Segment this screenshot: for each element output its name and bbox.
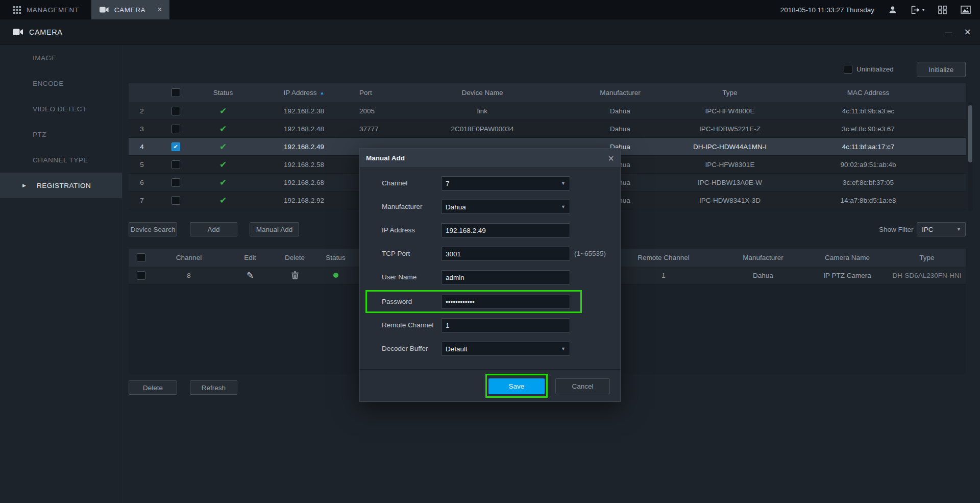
row-number: 5 bbox=[129, 156, 155, 173]
sidebar-item-label: PTZ bbox=[33, 131, 46, 138]
ip-cell: 192.168.2.38 bbox=[250, 102, 358, 119]
manual-add-dialog: Manual Add × Channel 7 ▼ Manufacturer Da… bbox=[359, 148, 621, 402]
table-row[interactable]: 3 ✔ 192.168.2.48 37777 2C018E0PAW00034 D… bbox=[129, 120, 966, 138]
header-checkbox[interactable] bbox=[172, 88, 180, 97]
row-checkbox-checked[interactable]: ✔ bbox=[172, 142, 180, 151]
ip-cell: 192.168.2.48 bbox=[250, 120, 358, 137]
row-checkbox[interactable] bbox=[172, 125, 180, 133]
row-checkbox[interactable] bbox=[137, 271, 145, 280]
manufacturer-cell: Dahua bbox=[720, 267, 806, 284]
manufacturer-cell: Dahua bbox=[551, 102, 689, 119]
taskbar: MANAGEMENT CAMERA × 2018-05-10 11:33:27 … bbox=[0, 0, 980, 19]
col-mac-address: MAC Address bbox=[771, 83, 966, 102]
row-checkbox[interactable] bbox=[172, 196, 180, 205]
status-check-icon: ✔ bbox=[219, 106, 227, 116]
device-name-cell: link bbox=[413, 102, 551, 119]
col-device-name: Device Name bbox=[413, 83, 551, 102]
header-checkbox[interactable] bbox=[137, 253, 145, 262]
row-checkbox[interactable] bbox=[172, 178, 180, 187]
channel-select[interactable]: 7 ▼ bbox=[441, 176, 570, 190]
channel-cell: 8 bbox=[153, 267, 225, 284]
sidebar-item-encode[interactable]: ENCODE bbox=[0, 70, 122, 96]
table-row[interactable]: 2 ✔ 192.168.2.38 2005 link Dahua IPC-HFW… bbox=[129, 102, 966, 120]
col-manufacturer: Manufacturer bbox=[551, 83, 689, 102]
sidebar-item-image[interactable]: IMAGE bbox=[0, 45, 122, 70]
sidebar-item-ptz[interactable]: PTZ bbox=[0, 122, 122, 147]
apps-grid-icon[interactable] bbox=[938, 6, 947, 14]
sidebar-item-channel-type[interactable]: CHANNEL TYPE bbox=[0, 147, 122, 173]
tcp-port-hint: (1~65535) bbox=[574, 247, 606, 261]
password-input[interactable] bbox=[441, 295, 570, 309]
col-ip-address[interactable]: IP Address▲ bbox=[250, 83, 358, 102]
device-search-button[interactable]: Device Search bbox=[129, 222, 177, 236]
uninitialized-checkbox[interactable] bbox=[844, 65, 852, 74]
tab-close-icon[interactable]: × bbox=[157, 6, 162, 14]
active-arrow-icon: ▶ bbox=[22, 183, 26, 188]
user-icon[interactable] bbox=[888, 5, 897, 14]
add-button[interactable]: Add bbox=[190, 222, 237, 236]
user-name-label: User Name bbox=[382, 270, 416, 284]
col-edit: Edit bbox=[225, 249, 276, 267]
channel-value: 7 bbox=[446, 180, 450, 187]
decoder-buffer-label: Decoder Buffer bbox=[382, 342, 428, 356]
password-label: Password bbox=[382, 295, 412, 309]
row-checkbox[interactable] bbox=[172, 160, 180, 169]
dialog-title: Manual Add bbox=[366, 154, 405, 162]
mac-cell: 90:02:a9:51:ab:4b bbox=[771, 156, 966, 173]
username-input[interactable] bbox=[441, 270, 570, 284]
type-cell: IPC-HDBW5221E-Z bbox=[689, 120, 771, 137]
remote-channel-input[interactable] bbox=[441, 318, 570, 332]
camera-icon bbox=[100, 7, 109, 13]
type-cell: IPC-HFW8301E bbox=[689, 156, 771, 173]
decoder-buffer-select[interactable]: Default ▼ bbox=[441, 342, 570, 356]
dialog-close-icon[interactable]: × bbox=[608, 153, 614, 163]
chevron-down-icon: ▼ bbox=[957, 227, 961, 232]
manufacturer-select[interactable]: Dahua ▼ bbox=[441, 200, 570, 214]
ip-address-input[interactable] bbox=[441, 223, 570, 237]
decoder-buffer-value: Default bbox=[446, 345, 468, 353]
close-button[interactable]: × bbox=[964, 27, 971, 38]
sidebar-item-registration[interactable]: ▶ REGISTRATION bbox=[0, 173, 122, 198]
initialize-button[interactable]: Initialize bbox=[917, 62, 966, 77]
filter-value: IPC bbox=[922, 226, 934, 233]
minimize-button[interactable]: — bbox=[945, 28, 952, 36]
row-checkbox[interactable] bbox=[172, 107, 180, 115]
mac-cell: 14:a7:8b:d5:1a:e8 bbox=[771, 191, 966, 209]
save-button[interactable]: Save bbox=[488, 378, 545, 394]
col-type: Type bbox=[689, 83, 771, 102]
camera-name-cell: IP PTZ Camera bbox=[806, 267, 888, 284]
tab-management[interactable]: MANAGEMENT bbox=[0, 0, 91, 19]
tab-camera[interactable]: CAMERA × bbox=[91, 0, 169, 19]
dialog-titlebar: Manual Add × bbox=[360, 149, 620, 168]
field-manufacturer: Manufacturer Dahua ▼ bbox=[360, 200, 620, 214]
table-scrollbar[interactable] bbox=[968, 102, 973, 211]
window-title: CAMERA bbox=[29, 28, 63, 36]
type-cell: IPC-HDW8341X-3D bbox=[689, 191, 771, 209]
screen: MANAGEMENT CAMERA × 2018-05-10 11:33:27 … bbox=[0, 0, 980, 503]
sort-asc-icon: ▲ bbox=[320, 90, 325, 95]
row-number: 4 bbox=[129, 138, 155, 155]
manual-add-button[interactable]: Manual Add bbox=[250, 222, 299, 236]
scrollbar-thumb[interactable] bbox=[968, 105, 972, 162]
field-tcp-port: TCP Port (1~65535) bbox=[360, 247, 620, 261]
sidebar-item-video-detect[interactable]: VIDEO DETECT bbox=[0, 96, 122, 122]
delete-button[interactable]: Delete bbox=[129, 380, 177, 395]
col-port: Port bbox=[358, 83, 413, 102]
tab-camera-label: CAMERA bbox=[114, 6, 145, 14]
type-cell: IPC-HDBW13A0E-W bbox=[689, 174, 771, 191]
edit-button[interactable]: ✎ bbox=[247, 270, 254, 281]
row-number: 6 bbox=[129, 174, 155, 191]
taskbar-right: 2018-05-10 11:33:27 Thursday ▾ bbox=[780, 0, 980, 19]
port-cell: 37777 bbox=[358, 120, 413, 137]
col-status: Status bbox=[314, 249, 357, 267]
display-icon[interactable] bbox=[961, 6, 971, 14]
logout-icon[interactable]: ▾ bbox=[911, 6, 924, 14]
row-number: 7 bbox=[129, 191, 155, 209]
tcp-port-input[interactable] bbox=[441, 247, 570, 261]
status-check-icon: ✔ bbox=[219, 177, 227, 188]
refresh-button[interactable]: Refresh bbox=[190, 380, 237, 395]
delete-row-button[interactable] bbox=[291, 271, 299, 279]
cancel-button[interactable]: Cancel bbox=[555, 378, 610, 394]
type-cell: DH-SD6AL230FN-HNI bbox=[888, 267, 966, 284]
show-filter-select[interactable]: IPC ▼ bbox=[917, 222, 966, 236]
